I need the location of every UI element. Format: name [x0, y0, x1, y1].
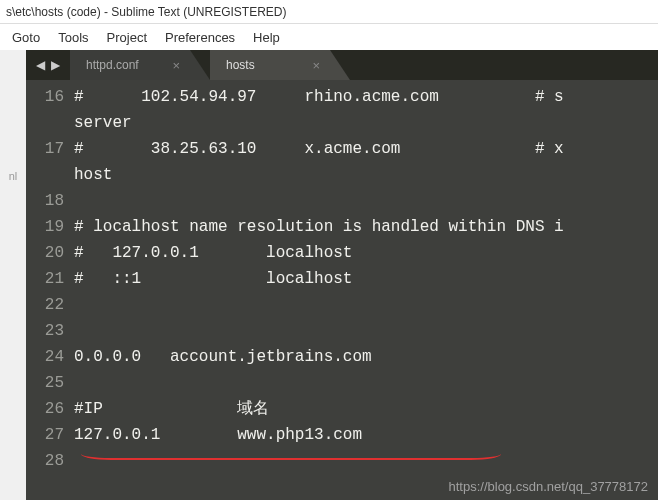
code-text: # 127.0.0.1 localhost	[74, 240, 352, 266]
line-number: 20	[26, 240, 74, 266]
line-number: 28	[26, 448, 74, 474]
tab-label: hosts	[226, 58, 255, 72]
menu-project[interactable]: Project	[99, 28, 155, 47]
line-number: 21	[26, 266, 74, 292]
code-line: host	[26, 162, 658, 188]
code-line: 17# 38.25.63.10 x.acme.com # x	[26, 136, 658, 162]
annotation-underline	[81, 454, 501, 460]
window-titlebar: s\etc\hosts (code) - Sublime Text (UNREG…	[0, 0, 658, 24]
line-number: 26	[26, 396, 74, 422]
menu-goto[interactable]: Goto	[4, 28, 48, 47]
tab-httpd-conf[interactable]: httpd.conf ×	[70, 50, 190, 80]
tab-label: httpd.conf	[86, 58, 139, 72]
code-area[interactable]: 16# 102.54.94.97 rhino.acme.com # s serv…	[26, 80, 658, 500]
code-text: host	[74, 162, 112, 188]
watermark: https://blog.csdn.net/qq_37778172	[449, 479, 649, 494]
editor-area: ◀ ▶ httpd.conf × hosts × 16# 102.54.94.9…	[26, 50, 658, 500]
code-line: 25	[26, 370, 658, 396]
code-text: # 102.54.94.97 rhino.acme.com # s	[74, 84, 564, 110]
line-number: 27	[26, 422, 74, 448]
line-number: 23	[26, 318, 74, 344]
code-line: 240.0.0.0 account.jetbrains.com	[26, 344, 658, 370]
code-line: 27127.0.0.1 www.php13.com	[26, 422, 658, 448]
line-number: 18	[26, 188, 74, 214]
tab-row: ◀ ▶ httpd.conf × hosts ×	[26, 50, 658, 80]
window-title: s\etc\hosts (code) - Sublime Text (UNREG…	[6, 5, 287, 19]
line-number: 22	[26, 292, 74, 318]
tab-hosts[interactable]: hosts ×	[210, 50, 330, 80]
code-text: 0.0.0.0 account.jetbrains.com	[74, 344, 372, 370]
code-line: 20# 127.0.0.1 localhost	[26, 240, 658, 266]
nav-arrows: ◀ ▶	[26, 58, 70, 72]
code-line: 28	[26, 448, 658, 474]
line-number: 25	[26, 370, 74, 396]
tab-slope	[330, 50, 350, 80]
code-line: 21# ::1 localhost	[26, 266, 658, 292]
code-line: 18	[26, 188, 658, 214]
menu-tools[interactable]: Tools	[50, 28, 96, 47]
nav-forward-icon[interactable]: ▶	[51, 58, 60, 72]
code-line: 23	[26, 318, 658, 344]
code-line: 22	[26, 292, 658, 318]
code-text: #IP 域名	[74, 396, 269, 422]
left-panel: nl	[0, 50, 26, 500]
menu-help[interactable]: Help	[245, 28, 288, 47]
close-icon[interactable]: ×	[172, 58, 180, 73]
code-line: 26#IP 域名	[26, 396, 658, 422]
close-icon[interactable]: ×	[312, 58, 320, 73]
line-number: 17	[26, 136, 74, 162]
code-text: # localhost name resolution is handled w…	[74, 214, 564, 240]
code-line: 19# localhost name resolution is handled…	[26, 214, 658, 240]
menu-preferences[interactable]: Preferences	[157, 28, 243, 47]
code-line: server	[26, 110, 658, 136]
menubar: Goto Tools Project Preferences Help	[0, 24, 658, 50]
line-number: 24	[26, 344, 74, 370]
code-line: 16# 102.54.94.97 rhino.acme.com # s	[26, 84, 658, 110]
code-text: 127.0.0.1 www.php13.com	[74, 422, 362, 448]
code-text: # ::1 localhost	[74, 266, 352, 292]
tab-slope	[190, 50, 210, 80]
code-text: # 38.25.63.10 x.acme.com # x	[74, 136, 564, 162]
code-text: server	[74, 110, 132, 136]
left-panel-label: nl	[9, 170, 18, 182]
nav-back-icon[interactable]: ◀	[36, 58, 45, 72]
line-number: 19	[26, 214, 74, 240]
line-number: 16	[26, 84, 74, 110]
